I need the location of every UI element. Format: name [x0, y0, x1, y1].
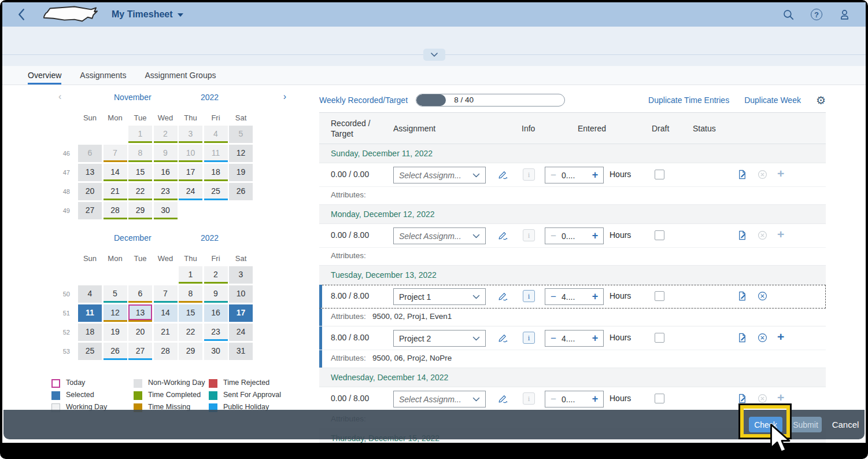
cancel-entry-icon[interactable] [757, 332, 768, 346]
submit-button[interactable]: Submit [789, 417, 822, 432]
calendar-day[interactable]: 20 [128, 324, 152, 341]
user-icon[interactable] [839, 9, 851, 21]
decrease-hours-button[interactable]: − [545, 230, 562, 242]
calendar-day[interactable]: 21 [154, 324, 178, 341]
duplicate-week-link[interactable]: Duplicate Week [744, 96, 801, 105]
increase-hours-button[interactable]: + [587, 393, 603, 405]
calendar-day[interactable]: 15 [179, 304, 202, 322]
check-button[interactable]: Check [749, 417, 782, 432]
calendar-day[interactable]: 25 [204, 183, 228, 200]
sign-icon[interactable] [497, 393, 508, 406]
draft-checkbox[interactable] [655, 170, 664, 179]
increase-hours-button[interactable]: + [587, 169, 603, 181]
decrease-hours-button[interactable]: − [545, 170, 562, 181]
calendar-day[interactable]: 20 [78, 183, 102, 200]
calendar-prev-icon[interactable]: ‹ [58, 91, 61, 102]
calendar-day[interactable]: 14 [154, 304, 178, 322]
hours-value[interactable]: 4.... [562, 334, 587, 343]
calendar-day[interactable]: 16 [204, 304, 228, 322]
calendar-day[interactable]: 8 [128, 145, 152, 162]
calendar-day[interactable]: 9 [154, 145, 178, 162]
edit-note-icon[interactable] [737, 169, 748, 182]
help-icon[interactable]: ? [811, 9, 822, 20]
calendar-day[interactable]: 10 [229, 285, 253, 303]
calendar-day[interactable]: 2 [154, 126, 178, 143]
calendar-next-icon[interactable]: › [283, 91, 286, 102]
calendar-day[interactable]: 25 [78, 343, 102, 360]
calendar-day[interactable]: 1 [128, 126, 152, 143]
decrease-hours-button[interactable]: − [545, 333, 562, 344]
info-icon[interactable]: i [523, 290, 535, 302]
edit-note-icon[interactable] [737, 393, 748, 406]
calendar-day[interactable]: 13 [128, 304, 152, 322]
add-entry-icon[interactable]: + [777, 331, 784, 343]
calendar-day[interactable]: 28 [104, 202, 127, 219]
draft-checkbox[interactable] [655, 291, 664, 301]
calendar-day[interactable]: 21 [104, 183, 127, 200]
collapse-header-button[interactable] [423, 49, 445, 61]
calendar-day[interactable]: 26 [229, 183, 253, 200]
duplicate-time-entries-link[interactable]: Duplicate Time Entries [648, 96, 729, 105]
calendar-day[interactable]: 23 [154, 183, 178, 200]
calendar-day[interactable]: 17 [179, 164, 202, 181]
add-entry-icon[interactable]: + [777, 228, 784, 240]
add-entry-icon[interactable]: + [777, 167, 784, 179]
calendar-day[interactable]: 30 [154, 202, 178, 219]
hours-value[interactable]: 0.... [562, 171, 587, 180]
hours-stepper[interactable]: −0....+ [545, 167, 604, 183]
cancel-entry-icon[interactable] [757, 393, 768, 406]
calendar-day[interactable]: 3 [229, 266, 253, 284]
calendar-day[interactable]: 17 [229, 304, 253, 322]
calendar-day[interactable]: 11 [204, 145, 228, 162]
add-entry-icon[interactable]: + [777, 391, 784, 403]
sign-icon[interactable] [497, 169, 508, 182]
calendar-day[interactable]: 30 [204, 343, 228, 360]
assignment-select[interactable]: Project 1 [393, 288, 486, 305]
draft-checkbox[interactable] [655, 394, 664, 403]
calendar-day[interactable]: 19 [104, 324, 127, 341]
info-icon[interactable]: i [523, 392, 535, 405]
hours-stepper[interactable]: −4....+ [545, 288, 604, 305]
hours-value[interactable]: 0.... [562, 395, 587, 404]
increase-hours-button[interactable]: + [587, 332, 603, 344]
tab-overview[interactable]: Overview [28, 66, 61, 85]
calendar-day[interactable]: 16 [154, 164, 178, 181]
calendar-day[interactable]: 27 [128, 343, 152, 360]
calendar-day[interactable]: 15 [128, 164, 152, 181]
calendar-day[interactable]: 28 [154, 343, 178, 360]
calendar-day[interactable]: 12 [229, 145, 253, 162]
info-icon[interactable]: i [523, 168, 535, 181]
back-icon[interactable] [17, 8, 25, 21]
tab-assignments[interactable]: Assignments [80, 66, 126, 85]
calendar-day[interactable]: 4 [78, 285, 102, 303]
calendar-day[interactable]: 29 [128, 202, 152, 219]
assignment-select[interactable]: Select Assignm... [393, 227, 486, 244]
calendar-day[interactable]: 29 [179, 343, 202, 360]
calendar-day[interactable]: 31 [229, 343, 253, 360]
tab-assignment-groups[interactable]: Assignment Groups [145, 66, 216, 85]
calendar-day[interactable]: 18 [204, 164, 228, 181]
sign-icon[interactable] [497, 291, 508, 304]
cancel-entry-icon[interactable] [757, 169, 768, 182]
cancel-button[interactable]: Cancel [829, 417, 862, 432]
sign-icon[interactable] [497, 332, 508, 346]
draft-checkbox[interactable] [655, 230, 664, 240]
hours-value[interactable]: 0.... [562, 232, 587, 241]
search-icon[interactable] [782, 9, 795, 21]
hours-value[interactable]: 4.... [562, 292, 587, 302]
decrease-hours-button[interactable]: − [545, 291, 562, 303]
calendar-day[interactable]: 7 [154, 285, 178, 303]
calendar-day[interactable]: 13 [78, 164, 102, 181]
calendar-day[interactable]: 1 [179, 266, 202, 284]
hours-stepper[interactable]: −0....+ [545, 391, 604, 407]
calendar-day[interactable]: 7 [104, 145, 127, 162]
calendar-day[interactable]: 8 [179, 285, 202, 303]
calendar-day[interactable]: 18 [78, 324, 102, 341]
app-title-menu[interactable]: My Timesheet [112, 9, 183, 20]
info-icon[interactable]: i [523, 332, 535, 344]
calendar-day[interactable]: 14 [104, 164, 127, 181]
calendar-day[interactable]: 12 [104, 304, 127, 322]
increase-hours-button[interactable]: + [587, 291, 603, 303]
cancel-entry-icon[interactable] [757, 230, 768, 243]
calendar-day[interactable]: 10 [179, 145, 202, 162]
